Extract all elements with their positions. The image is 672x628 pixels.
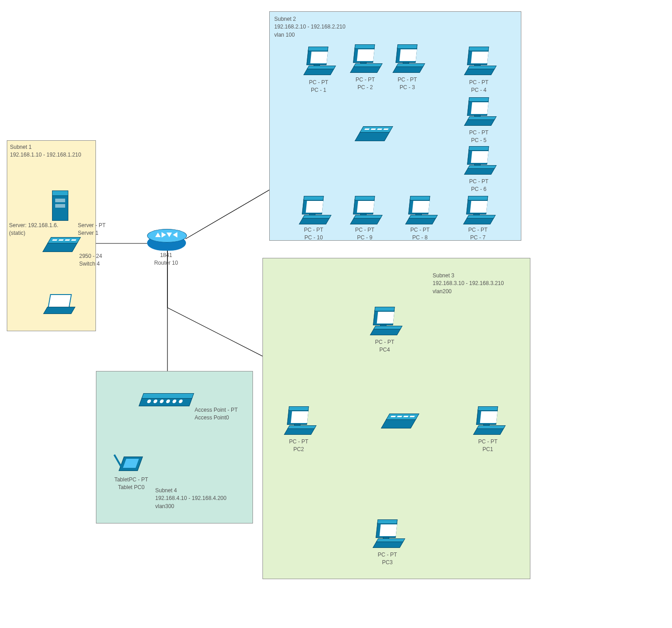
s3pc4-type: PC - PT: [375, 339, 395, 345]
pc2-type: PC - PT: [356, 76, 375, 83]
pc1-type: PC - PT: [309, 79, 329, 86]
server-ip-static: (static): [9, 230, 25, 236]
router-label: 1841 Router 10: [148, 252, 184, 267]
subnet3-title: Subnet 3: [433, 272, 454, 279]
s3pc2-label: PC - PT PC2: [281, 438, 317, 454]
pc-icon: [395, 48, 421, 73]
subnet2-title: Subnet 2: [274, 16, 296, 22]
pc-icon: [305, 50, 332, 75]
pc-icon: [475, 409, 501, 435]
pc9-type: PC - PT: [355, 227, 375, 233]
pc6-type: PC - PT: [469, 178, 489, 185]
subnet1-title: Subnet 1: [10, 144, 32, 150]
tablet-type: TabletPC - PT: [114, 476, 148, 483]
subnet2-switch-icon: [355, 131, 391, 141]
router-icon: [147, 235, 186, 251]
subnet1-label: Subnet 1 192.168.1.10 - 192.168.1.210: [10, 143, 81, 159]
server-name: Server 1: [78, 230, 98, 236]
pc-icon: [372, 310, 398, 335]
server-ip: Server: 192.168.1.6.: [9, 222, 58, 228]
switch4-name: Switch 4: [79, 261, 100, 267]
pc10-label: PC - PT PC - 10: [295, 226, 332, 242]
pc7-type: PC - PT: [468, 227, 488, 233]
pc4-label: PC - PT PC - 4: [461, 79, 497, 95]
pc9-name: PC - 9: [357, 234, 372, 241]
pc3-label: PC - PT PC - 3: [389, 76, 425, 92]
server-ip-label: Server: 192.168.1.6. (static): [9, 222, 58, 238]
pc4-name: PC - 4: [471, 87, 486, 93]
subnet4-range: 192.168.4.10 - 192.168.4.200: [155, 495, 226, 501]
subnet2-label: Subnet 2 192.168.2.10 - 192.168.2.210 vl…: [274, 15, 345, 39]
s3pc4-name: PC4: [379, 347, 390, 353]
pc5-label: PC - PT PC - 5: [461, 129, 497, 145]
s3pc3-label: PC - PT PC3: [369, 551, 405, 567]
access-point-icon: [138, 397, 192, 406]
tablet-icon: [118, 455, 143, 473]
subnet3-vlan: vlan200: [433, 288, 452, 295]
switch4-label: 2950 - 24 Switch 4: [79, 252, 115, 268]
ap-name: Access Point0: [195, 414, 229, 421]
pc6-label: PC - PT PC - 6: [461, 178, 497, 194]
s3pc3-name: PC3: [382, 559, 392, 566]
pc-icon: [466, 100, 492, 126]
pc3-name: PC - 3: [400, 84, 415, 90]
subnet2-vlan: vlan 100: [274, 32, 295, 38]
tablet-label: TabletPC - PT Tablet PC0: [109, 476, 154, 492]
pc5-type: PC - PT: [469, 129, 489, 136]
s3pc4-label: PC - PT PC4: [367, 338, 403, 354]
pc-icon: [465, 199, 491, 224]
pc7-name: PC - 7: [470, 234, 486, 241]
pc-icon: [375, 523, 401, 548]
server-label: Server - PT Server 1: [78, 222, 119, 238]
pc10-type: PC - PT: [304, 227, 324, 233]
pc1-label: PC - PT PC - 1: [300, 79, 337, 95]
s3pc2-type: PC - PT: [289, 438, 309, 445]
subnet3-range: 192.168.3.10 - 192.168.3.210: [433, 280, 504, 286]
pc6-name: PC - 6: [471, 186, 486, 192]
subnet4-label: Subnet 4 192.168.4.10 - 192.168.4.200 vl…: [155, 487, 226, 510]
pc-icon: [466, 149, 492, 175]
switch4-icon: [43, 242, 78, 252]
pc-icon: [407, 199, 434, 224]
pc-icon: [352, 199, 378, 224]
subnet1-range: 192.168.1.10 - 192.168.1.210: [10, 152, 81, 158]
s3pc1-label: PC - PT PC1: [470, 438, 506, 454]
subnet3-switch-icon: [381, 419, 417, 428]
pc2-label: PC - PT PC - 2: [347, 76, 383, 92]
pc4-type: PC - PT: [469, 79, 489, 86]
pc5-name: PC - 5: [471, 137, 486, 143]
subnet3-label: Subnet 3 192.168.3.10 - 192.168.3.210 vl…: [433, 272, 504, 295]
server-type: Server - PT: [78, 222, 105, 228]
pc-icon: [286, 409, 312, 435]
switch4-type: 2950 - 24: [79, 253, 102, 259]
s3pc1-name: PC1: [482, 446, 493, 452]
server-icon: [52, 195, 68, 221]
s3pc2-name: PC2: [293, 446, 304, 452]
pc-icon: [466, 50, 492, 75]
subnet2-range: 192.168.2.10 - 192.168.2.210: [274, 24, 345, 30]
pc7-label: PC - PT PC - 7: [460, 226, 496, 242]
router-type: 1841: [160, 252, 172, 258]
pc9-label: PC - PT PC - 9: [347, 226, 383, 242]
ap-type: Access Point - PT: [195, 407, 238, 413]
pc8-name: PC - 8: [412, 234, 428, 241]
pc8-label: PC - PT PC - 8: [402, 226, 438, 242]
subnet4-vlan: vlan300: [155, 503, 174, 509]
s3pc1-type: PC - PT: [478, 438, 498, 445]
subnet4-title: Subnet 4: [155, 487, 177, 494]
pc8-type: PC - PT: [410, 227, 430, 233]
tablet-name: Tablet PC0: [118, 484, 145, 490]
pc3-type: PC - PT: [398, 76, 417, 83]
router-name: Router 10: [154, 260, 178, 266]
pc-icon: [301, 199, 327, 224]
pc-icon: [352, 48, 378, 73]
pc10-name: PC - 10: [305, 234, 323, 241]
s3pc3-type: PC - PT: [378, 552, 397, 558]
pc1-name: PC - 1: [311, 87, 326, 93]
pc2-name: PC - 2: [357, 84, 373, 90]
ap-label: Access Point - PT Access Point0: [195, 406, 253, 422]
laptop-icon: [45, 294, 72, 314]
